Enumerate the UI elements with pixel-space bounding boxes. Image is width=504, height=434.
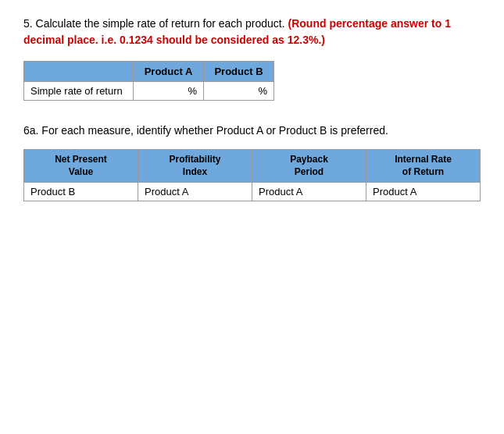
preferred-table-header-row: Net Present Value Profitability Index Pa…: [24, 150, 481, 183]
product-a-input[interactable]: [141, 85, 188, 97]
question-number-label: 5.: [23, 17, 33, 30]
preferred-table: Net Present Value Profitability Index Pa…: [23, 149, 481, 201]
question-text-plain: Calculate the simple rate of return for …: [36, 17, 285, 30]
npv-preferred-input[interactable]: [30, 186, 131, 197]
question-6a-text: 6a. For each measure, identify whether P…: [23, 124, 481, 137]
percent-a: %: [188, 85, 197, 97]
simple-rate-table-section: Product A Product B Simple rate of retur…: [23, 61, 481, 101]
col-header-empty: [24, 62, 134, 82]
preferred-table-row: [24, 183, 481, 201]
col-header-npv: Net Present Value: [24, 150, 138, 183]
payback-preferred-input[interactable]: [259, 186, 359, 197]
col-header-irr: Internal Rate of Return: [366, 150, 481, 183]
npv-preferred-cell[interactable]: [24, 183, 138, 201]
simple-rate-table: Product A Product B Simple rate of retur…: [23, 61, 274, 101]
payback-preferred-cell[interactable]: [252, 183, 366, 201]
irr-preferred-input[interactable]: [373, 186, 474, 197]
product-a-input-cell[interactable]: %: [134, 82, 204, 101]
irr-preferred-cell[interactable]: [366, 183, 481, 201]
col-header-pi: Profitability Index: [138, 150, 252, 183]
question-5-text: 5. Calculate the simple rate of return f…: [23, 16, 481, 48]
question-5-section: 5. Calculate the simple rate of return f…: [23, 16, 481, 101]
table-row: Simple rate of return % %: [24, 82, 274, 101]
product-b-input[interactable]: [211, 85, 258, 97]
col-header-product-a: Product A: [134, 62, 204, 82]
pi-preferred-input[interactable]: [145, 186, 245, 197]
col-header-payback: Payback Period: [252, 150, 366, 183]
percent-b: %: [258, 85, 267, 97]
col-header-product-b: Product B: [204, 62, 274, 82]
product-b-input-cell[interactable]: %: [204, 82, 274, 101]
question-6a-section: 6a. For each measure, identify whether P…: [23, 124, 481, 201]
pi-preferred-cell[interactable]: [138, 183, 252, 201]
row-label-simple-rate: Simple rate of return: [24, 82, 134, 101]
